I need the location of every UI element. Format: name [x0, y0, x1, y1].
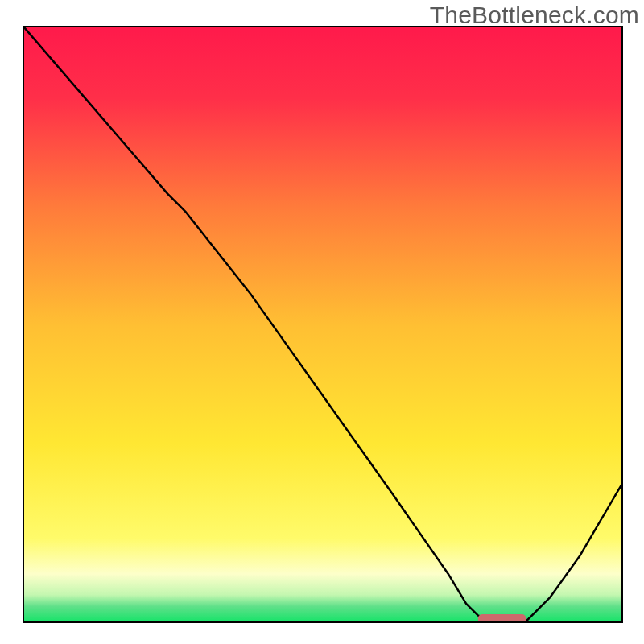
gradient-background: [24, 27, 621, 621]
bottleneck-chart: [24, 27, 621, 621]
watermark-text: TheBottleneck.com: [430, 2, 639, 29]
chart-container: TheBottleneck.com: [0, 0, 644, 644]
optimal-marker: [478, 614, 526, 621]
